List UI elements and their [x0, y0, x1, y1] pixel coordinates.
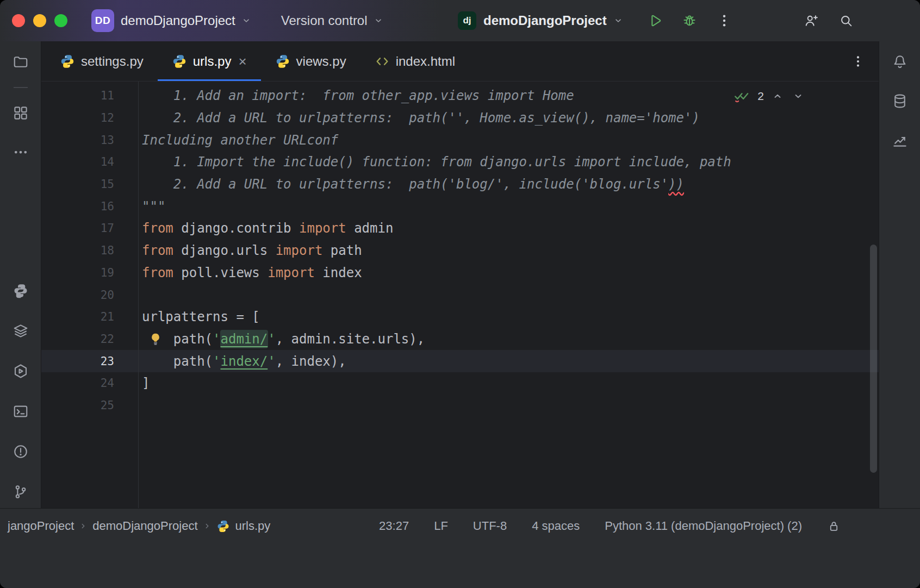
- code-line[interactable]: 14 1. Import the include() function: fro…: [41, 151, 879, 173]
- code-text: from django.contrib import admin: [138, 221, 393, 236]
- project-name: demoDjangoProject: [121, 13, 235, 28]
- line-number: 20: [41, 289, 138, 302]
- traffic-lights: [12, 14, 67, 27]
- terminal-icon[interactable]: [11, 402, 30, 421]
- tab-index-html[interactable]: index.html: [360, 41, 469, 81]
- code-text: 1. Import the include() function: from d…: [138, 154, 731, 170]
- search-button[interactable]: [836, 11, 856, 30]
- next-problem-button[interactable]: [791, 89, 805, 103]
- cursor-position[interactable]: 23:27: [379, 519, 409, 533]
- status-right: 23:27LFUTF-84 spacesPython 3.11 (demoDja…: [379, 516, 906, 536]
- code-line[interactable]: 19from poll.views import index: [41, 262, 879, 284]
- chevron-right-icon: [203, 522, 211, 530]
- breadcrumb-file[interactable]: urls.py: [216, 519, 271, 533]
- structure-icon[interactable]: [11, 103, 30, 123]
- add-user-button[interactable]: [801, 11, 821, 30]
- breadcrumb-item[interactable]: demoDjangoProject: [92, 519, 197, 533]
- vcs-selector[interactable]: Version control: [281, 13, 383, 28]
- tab-label: index.html: [396, 54, 455, 69]
- breadcrumb-file-label: urls.py: [235, 519, 271, 533]
- tab-bar: settings.pyurls.py×views.pyindex.html: [41, 41, 879, 82]
- code-line[interactable]: 21urlpatterns = [: [41, 306, 879, 328]
- titlebar: DD demoDjangoProject Version control dj …: [0, 0, 920, 41]
- database-icon[interactable]: [890, 91, 910, 111]
- code-text: Including another URLconf: [138, 133, 338, 148]
- line-separator[interactable]: LF: [434, 519, 448, 533]
- prev-problem-button[interactable]: [770, 89, 785, 103]
- chevron-down-icon: [374, 16, 383, 25]
- python-file-icon: [172, 54, 187, 69]
- layers-icon[interactable]: [11, 321, 30, 341]
- code-text: 2. Add a URL to urlpatterns: path('', Ho…: [138, 110, 700, 126]
- inspection-count: 2: [757, 90, 764, 103]
- code-line[interactable]: 15 2. Add a URL to urlpatterns: path('bl…: [41, 173, 879, 196]
- line-number: 16: [41, 200, 138, 213]
- lock-icon[interactable]: [827, 520, 841, 533]
- python-icon[interactable]: [11, 281, 30, 301]
- file-encoding[interactable]: UTF-8: [473, 519, 507, 533]
- play-badge-icon[interactable]: [11, 361, 30, 381]
- folder-icon[interactable]: [11, 52, 30, 72]
- code-text: """: [138, 199, 165, 214]
- line-number: 18: [41, 244, 138, 257]
- status-bar: jangoProjectdemoDjangoProjecturls.py 23:…: [0, 508, 920, 588]
- status-items: 23:27LFUTF-84 spacesPython 3.11 (demoDja…: [379, 519, 802, 533]
- line-number: 12: [41, 111, 138, 124]
- indent-style[interactable]: 4 spaces: [532, 519, 580, 533]
- project-badge: DD: [91, 9, 114, 32]
- code-text: 2. Add a URL to urlpatterns: path('blog/…: [138, 177, 684, 192]
- inspection-checks-icon: [733, 90, 751, 103]
- traffic-light-zoom[interactable]: [54, 14, 67, 27]
- editor[interactable]: 11 1. Add an import: from other_app.view…: [41, 82, 879, 508]
- run-config-name: demoDjangoProject: [483, 13, 607, 28]
- code-text: path('index/', index),: [138, 354, 346, 369]
- code-line[interactable]: 25: [41, 395, 879, 417]
- bell-icon[interactable]: [890, 52, 910, 72]
- scrollbar-thumb[interactable]: [870, 245, 877, 473]
- tab-urls-py[interactable]: urls.py×: [158, 41, 261, 81]
- code-line[interactable]: 12 2. Add a URL to urlpatterns: path('',…: [41, 107, 879, 129]
- tab-views-py[interactable]: views.py: [261, 41, 360, 81]
- run-config-selector[interactable]: dj demoDjangoProject: [458, 0, 623, 41]
- git-branch-icon[interactable]: [11, 482, 30, 502]
- python-interpreter[interactable]: Python 3.11 (demoDjangoProject) (2): [605, 519, 802, 533]
- more-icon[interactable]: [11, 142, 30, 162]
- line-number: 25: [41, 399, 138, 412]
- project-selector[interactable]: DD demoDjangoProject: [91, 9, 251, 32]
- chart-icon[interactable]: [890, 130, 910, 150]
- code-line[interactable]: 13Including another URLconf: [41, 129, 879, 151]
- code-line[interactable]: 23 path('index/', index),: [41, 350, 879, 372]
- right-tool-stripe: [879, 41, 920, 508]
- code-line[interactable]: 18from django.urls import path: [41, 240, 879, 262]
- inspections-widget[interactable]: 2: [733, 89, 805, 103]
- traffic-light-close[interactable]: [12, 14, 25, 27]
- tab-options-icon[interactable]: [848, 52, 868, 71]
- code-line[interactable]: 24]: [41, 372, 879, 395]
- code-line[interactable]: 16""": [41, 195, 879, 217]
- code-area: 11 1. Add an import: from other_app.view…: [41, 82, 879, 508]
- close-icon[interactable]: ×: [238, 54, 246, 68]
- tab-settings-py[interactable]: settings.py: [46, 41, 158, 81]
- tab-label: views.py: [296, 54, 346, 69]
- python-file-icon: [275, 54, 290, 69]
- gutter-separator: [138, 82, 139, 508]
- tab-list: settings.pyurls.py×views.pyindex.html: [46, 41, 469, 81]
- stripe-divider: [14, 87, 28, 88]
- traffic-light-minimize[interactable]: [33, 14, 46, 27]
- left-stripe-bottom: [11, 281, 30, 502]
- code-line[interactable]: 22 path('admin/', admin.site.urls),: [41, 328, 879, 351]
- code-line[interactable]: 20: [41, 284, 879, 306]
- more-options-icon[interactable]: [714, 11, 734, 30]
- line-number: 11: [41, 89, 138, 102]
- code-text: from poll.views import index: [138, 265, 362, 280]
- lightbulb-icon[interactable]: [148, 331, 163, 347]
- problems-icon[interactable]: [11, 442, 30, 461]
- chevron-right-icon: [79, 522, 87, 530]
- breadcrumb-item[interactable]: jangoProject: [8, 519, 74, 533]
- tab-label: urls.py: [193, 54, 232, 69]
- run-button[interactable]: [645, 11, 664, 30]
- python-file-icon: [216, 520, 230, 533]
- line-number: 21: [41, 310, 138, 323]
- debug-button[interactable]: [680, 11, 699, 30]
- code-line[interactable]: 17from django.contrib import admin: [41, 217, 879, 240]
